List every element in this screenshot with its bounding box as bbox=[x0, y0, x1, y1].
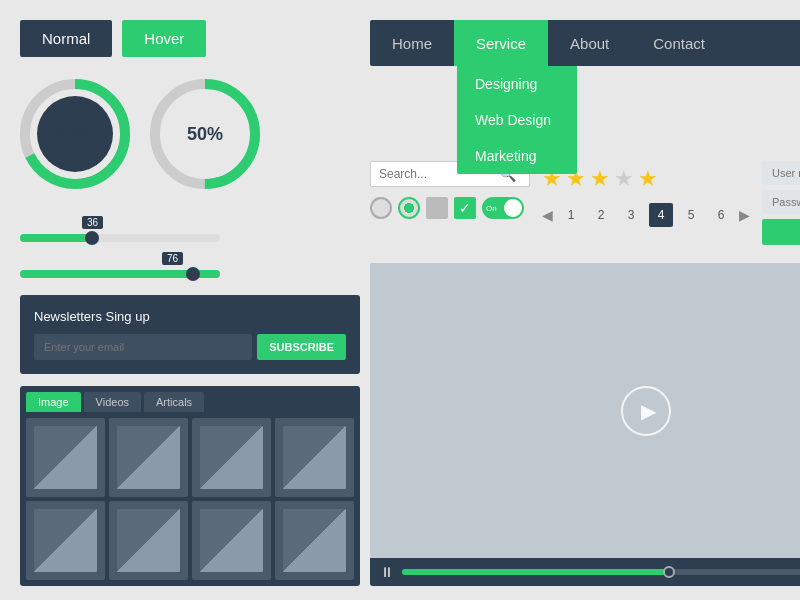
donut-label-1: 68% bbox=[57, 124, 93, 145]
newsletter-subscribe-button[interactable]: SUBSCRIBE bbox=[257, 334, 346, 360]
image-thumb-3[interactable] bbox=[192, 418, 271, 497]
newsletter-title: Newsletters Sing up bbox=[34, 309, 346, 324]
newsletter-section: Newsletters Sing up SUBSCRIBE bbox=[20, 295, 360, 374]
video-player: ▶ ⏸ 🔊 bbox=[370, 263, 800, 586]
video-progress-bar[interactable] bbox=[402, 569, 800, 575]
page-next[interactable]: ▶ bbox=[739, 207, 750, 223]
image-thumb-8[interactable] bbox=[275, 501, 354, 580]
toggle-label: On bbox=[486, 204, 497, 213]
tab-videos[interactable]: Videos bbox=[84, 392, 141, 412]
slider-track-1[interactable] bbox=[20, 234, 220, 242]
toggle-knob bbox=[504, 199, 522, 217]
image-thumb-5[interactable] bbox=[26, 501, 105, 580]
radio-unchecked[interactable] bbox=[370, 197, 392, 219]
image-thumb-6[interactable] bbox=[109, 501, 188, 580]
page-prev[interactable]: ◀ bbox=[542, 207, 553, 223]
login-section: Login bbox=[762, 161, 800, 245]
nav-contact[interactable]: Contact bbox=[631, 20, 727, 66]
video-progress-fill bbox=[402, 569, 669, 575]
image-thumb-2[interactable] bbox=[109, 418, 188, 497]
donut-label-2: 50% bbox=[187, 124, 223, 145]
donut-chart-2: 50% bbox=[150, 79, 260, 189]
slider-badge-1: 36 bbox=[82, 216, 103, 229]
normal-button[interactable]: Normal bbox=[20, 20, 112, 57]
nav-service[interactable]: Service bbox=[454, 20, 548, 66]
page-5[interactable]: 5 bbox=[679, 203, 703, 227]
ui-controls: ✓ On bbox=[370, 197, 530, 219]
password-input[interactable] bbox=[762, 190, 800, 214]
radio-checked[interactable] bbox=[398, 197, 420, 219]
slider-thumb-1[interactable] bbox=[85, 231, 99, 245]
login-form: Login bbox=[762, 161, 800, 245]
video-progress-thumb[interactable] bbox=[663, 566, 675, 578]
navigation: Home Service About Contact Designing Web… bbox=[370, 20, 800, 66]
donut-charts-section: 68% 50% bbox=[20, 69, 360, 199]
slider-row-1: 36 bbox=[20, 216, 360, 242]
username-input[interactable] bbox=[762, 161, 800, 185]
tab-articles[interactable]: Articals bbox=[144, 392, 204, 412]
image-grid bbox=[20, 412, 360, 586]
tab-image[interactable]: Image bbox=[26, 392, 81, 412]
nav-dropdown-designing[interactable]: Designing bbox=[457, 66, 577, 102]
page-6[interactable]: 6 bbox=[709, 203, 733, 227]
slider-badge-2: 76 bbox=[162, 252, 183, 265]
slider-track-2[interactable] bbox=[20, 270, 220, 278]
newsletter-input[interactable] bbox=[34, 334, 252, 360]
donut-chart-1: 68% bbox=[20, 79, 130, 189]
star-3[interactable]: ★ bbox=[590, 166, 610, 192]
toggle-switch[interactable]: On bbox=[482, 197, 524, 219]
slider-row-2: 76 bbox=[20, 252, 360, 278]
checkbox-unchecked[interactable] bbox=[426, 197, 448, 219]
pause-button[interactable]: ⏸ bbox=[380, 564, 394, 580]
sliders-section: 36 76 bbox=[20, 211, 360, 283]
tabs-header: Image Videos Articals bbox=[20, 386, 360, 412]
play-icon: ▶ bbox=[641, 399, 656, 423]
page-1[interactable]: 1 bbox=[559, 203, 583, 227]
slider-thumb-2[interactable] bbox=[186, 267, 200, 281]
nav-dropdown-webdesign[interactable]: Web Design bbox=[457, 102, 577, 138]
nav-dropdown: Designing Web Design Marketing bbox=[457, 66, 577, 174]
nav-about[interactable]: About bbox=[548, 20, 631, 66]
video-screen[interactable]: ▶ bbox=[370, 263, 800, 558]
star-5[interactable]: ★ bbox=[638, 166, 658, 192]
hover-button[interactable]: Hover bbox=[122, 20, 206, 57]
image-thumb-7[interactable] bbox=[192, 501, 271, 580]
video-controls-bar: ⏸ 🔊 bbox=[370, 558, 800, 586]
nav-dropdown-marketing[interactable]: Marketing bbox=[457, 138, 577, 174]
pagination: ◀ 1 2 3 4 5 6 ▶ bbox=[542, 203, 750, 227]
page-2[interactable]: 2 bbox=[589, 203, 613, 227]
video-play-button[interactable]: ▶ bbox=[621, 386, 671, 436]
nav-home[interactable]: Home bbox=[370, 20, 454, 66]
checkbox-checked[interactable]: ✓ bbox=[454, 197, 476, 219]
login-button[interactable]: Login bbox=[762, 219, 800, 245]
star-4[interactable]: ★ bbox=[614, 166, 634, 192]
middle-controls: 🔍 ✓ On ★ ★ ★ bbox=[370, 161, 800, 245]
image-thumb-4[interactable] bbox=[275, 418, 354, 497]
image-thumb-1[interactable] bbox=[26, 418, 105, 497]
page-4[interactable]: 4 bbox=[649, 203, 673, 227]
tabs-section: Image Videos Articals bbox=[20, 386, 360, 586]
slider-fill-1 bbox=[20, 234, 92, 242]
page-3[interactable]: 3 bbox=[619, 203, 643, 227]
